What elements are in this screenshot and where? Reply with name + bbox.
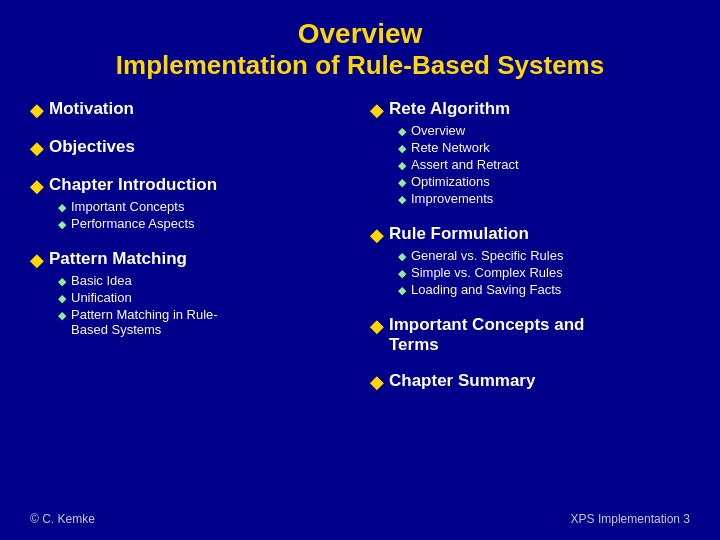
sub-item-rete-overview: ◆ Overview: [398, 123, 690, 138]
sub-item-improvements: ◆ Improvements: [398, 191, 690, 206]
sub-bullet-2: ◆: [58, 218, 66, 231]
sub-bullet-4: ◆: [58, 292, 66, 305]
sub-label-unification: Unification: [71, 290, 132, 305]
section-chapter-intro: ◆ Chapter Introduction ◆ Important Conce…: [30, 175, 350, 235]
sub-item-performance: ◆ Performance Aspects: [58, 216, 350, 231]
label-chapter-summary: Chapter Summary: [389, 371, 535, 391]
footer: © C. Kemke XPS Implementation 3: [30, 512, 690, 526]
main-item-objectives: ◆ Objectives: [30, 137, 350, 159]
sub-items-chapter-intro: ◆ Important Concepts ◆ Performance Aspec…: [58, 199, 350, 231]
sub-label-pm-rule: Pattern Matching in Rule-Based Systems: [71, 307, 218, 337]
sub-label-assert-retract: Assert and Retract: [411, 157, 519, 172]
sub-item-important-concepts: ◆ Important Concepts: [58, 199, 350, 214]
sub-bullet-3: ◆: [58, 275, 66, 288]
sub-bullet-10: ◆: [398, 193, 406, 206]
section-important-concepts: ◆ Important Concepts andTerms: [370, 315, 690, 357]
main-item-chapter-summary: ◆ Chapter Summary: [370, 371, 690, 393]
title-line2: Implementation of Rule-Based Systems: [30, 50, 690, 81]
bullet-rule-formulation: ◆: [370, 225, 383, 246]
main-item-pattern-matching: ◆ Pattern Matching: [30, 249, 350, 271]
bullet-objectives: ◆: [30, 138, 43, 159]
title-section: Overview Implementation of Rule-Based Sy…: [30, 18, 690, 81]
left-column: ◆ Motivation ◆ Objectives ◆ Chapter Intr…: [30, 99, 350, 504]
sub-item-optimizations: ◆ Optimizations: [398, 174, 690, 189]
bullet-chapter-summary: ◆: [370, 372, 383, 393]
title-line1: Overview: [30, 18, 690, 50]
sub-label-loading-saving: Loading and Saving Facts: [411, 282, 561, 297]
sub-label-simple-complex: Simple vs. Complex Rules: [411, 265, 563, 280]
sub-bullet-5: ◆: [58, 309, 66, 322]
sub-item-rete-network: ◆ Rete Network: [398, 140, 690, 155]
bullet-rete: ◆: [370, 100, 383, 121]
sub-items-pattern-matching: ◆ Basic Idea ◆ Unification ◆ Pattern Mat…: [58, 273, 350, 337]
section-objectives: ◆ Objectives: [30, 137, 350, 161]
slide-container: Overview Implementation of Rule-Based Sy…: [0, 0, 720, 540]
section-chapter-summary: ◆ Chapter Summary: [370, 371, 690, 395]
main-item-motivation: ◆ Motivation: [30, 99, 350, 121]
sub-label-improvements: Improvements: [411, 191, 493, 206]
bullet-important-concepts: ◆: [370, 316, 383, 337]
label-objectives: Objectives: [49, 137, 135, 157]
sub-label-rete-network: Rete Network: [411, 140, 490, 155]
label-chapter-intro: Chapter Introduction: [49, 175, 217, 195]
main-item-important-concepts: ◆ Important Concepts andTerms: [370, 315, 690, 355]
footer-right: XPS Implementation 3: [571, 512, 690, 526]
main-item-chapter-intro: ◆ Chapter Introduction: [30, 175, 350, 197]
sub-label-rete-overview: Overview: [411, 123, 465, 138]
sub-bullet-9: ◆: [398, 176, 406, 189]
sub-item-simple-complex: ◆ Simple vs. Complex Rules: [398, 265, 690, 280]
sub-label-general-specific: General vs. Specific Rules: [411, 248, 563, 263]
sub-label-important-concepts: Important Concepts: [71, 199, 184, 214]
bullet-motivation: ◆: [30, 100, 43, 121]
label-pattern-matching: Pattern Matching: [49, 249, 187, 269]
label-rule-formulation: Rule Formulation: [389, 224, 529, 244]
sub-bullet-1: ◆: [58, 201, 66, 214]
section-rete: ◆ Rete Algorithm ◆ Overview ◆ Rete Netwo…: [370, 99, 690, 210]
section-rule-formulation: ◆ Rule Formulation ◆ General vs. Specifi…: [370, 224, 690, 301]
content-area: ◆ Motivation ◆ Objectives ◆ Chapter Intr…: [30, 99, 690, 504]
label-rete: Rete Algorithm: [389, 99, 510, 119]
sub-item-general-specific: ◆ General vs. Specific Rules: [398, 248, 690, 263]
sub-item-basic-idea: ◆ Basic Idea: [58, 273, 350, 288]
sub-item-unification: ◆ Unification: [58, 290, 350, 305]
sub-bullet-11: ◆: [398, 250, 406, 263]
section-motivation: ◆ Motivation: [30, 99, 350, 123]
footer-left: © C. Kemke: [30, 512, 95, 526]
right-column: ◆ Rete Algorithm ◆ Overview ◆ Rete Netwo…: [370, 99, 690, 504]
bullet-chapter-intro: ◆: [30, 176, 43, 197]
label-important-concepts: Important Concepts andTerms: [389, 315, 585, 355]
sub-item-assert-retract: ◆ Assert and Retract: [398, 157, 690, 172]
sub-label-performance: Performance Aspects: [71, 216, 195, 231]
sub-item-pm-rule: ◆ Pattern Matching in Rule-Based Systems: [58, 307, 350, 337]
sub-bullet-12: ◆: [398, 267, 406, 280]
label-motivation: Motivation: [49, 99, 134, 119]
main-item-rule-formulation: ◆ Rule Formulation: [370, 224, 690, 246]
sub-label-basic-idea: Basic Idea: [71, 273, 132, 288]
sub-label-optimizations: Optimizations: [411, 174, 490, 189]
sub-items-rete: ◆ Overview ◆ Rete Network ◆ Assert and R…: [398, 123, 690, 206]
section-pattern-matching: ◆ Pattern Matching ◆ Basic Idea ◆ Unific…: [30, 249, 350, 341]
sub-bullet-7: ◆: [398, 142, 406, 155]
main-item-rete: ◆ Rete Algorithm: [370, 99, 690, 121]
sub-bullet-8: ◆: [398, 159, 406, 172]
sub-item-loading-saving: ◆ Loading and Saving Facts: [398, 282, 690, 297]
sub-bullet-13: ◆: [398, 284, 406, 297]
sub-items-rule-formulation: ◆ General vs. Specific Rules ◆ Simple vs…: [398, 248, 690, 297]
bullet-pattern-matching: ◆: [30, 250, 43, 271]
sub-bullet-6: ◆: [398, 125, 406, 138]
